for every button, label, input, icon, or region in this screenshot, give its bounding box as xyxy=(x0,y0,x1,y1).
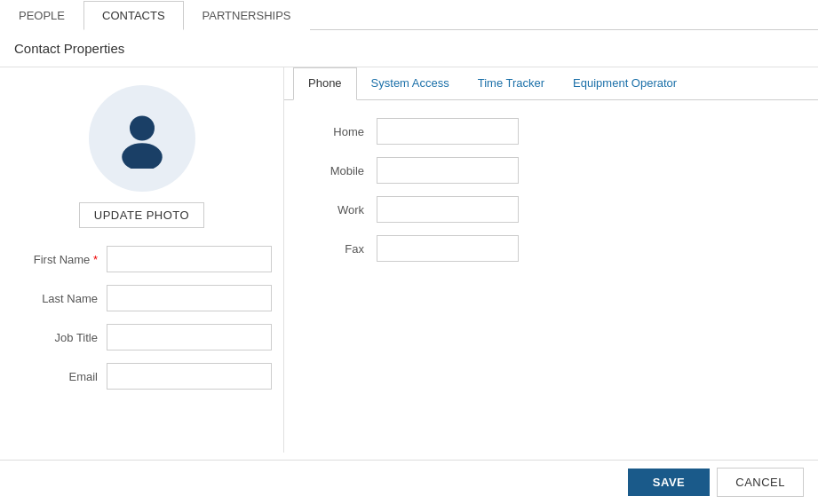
email-input[interactable] xyxy=(107,363,272,390)
job-title-label: Job Title xyxy=(18,331,98,344)
page-title-bar: Contact Properties xyxy=(0,30,818,67)
fax-phone-row: Fax xyxy=(311,235,791,262)
save-button[interactable]: SAVE xyxy=(628,469,710,496)
right-panel: Phone System Access Time Tracker Equipme… xyxy=(284,67,818,453)
home-phone-row: Home xyxy=(311,118,791,145)
work-phone-row: Work xyxy=(311,196,791,223)
sub-tabs: Phone System Access Time Tracker Equipme… xyxy=(284,67,818,100)
last-name-input[interactable] xyxy=(107,285,272,311)
job-title-input[interactable] xyxy=(107,324,272,350)
mobile-phone-input[interactable] xyxy=(377,157,519,184)
svg-point-0 xyxy=(130,115,155,140)
update-photo-button[interactable]: UPDATE PHOTO xyxy=(79,202,204,228)
mobile-phone-label: Mobile xyxy=(311,164,364,177)
home-phone-label: Home xyxy=(311,125,364,138)
tab-people[interactable]: PEOPLE xyxy=(0,1,83,30)
avatar xyxy=(89,85,195,192)
last-name-group: Last Name xyxy=(18,285,266,311)
left-panel: UPDATE PHOTO First Name * Last Name Job … xyxy=(0,67,284,453)
required-marker: * xyxy=(93,253,98,266)
subtab-equipment-operator[interactable]: Equipment Operator xyxy=(559,67,691,100)
tab-contacts[interactable]: CONTACTS xyxy=(83,1,184,30)
work-phone-input[interactable] xyxy=(377,196,519,223)
footer: SAVE CANCEL xyxy=(0,460,818,504)
subtab-time-tracker[interactable]: Time Tracker xyxy=(464,67,559,100)
first-name-input[interactable] xyxy=(107,246,272,272)
last-name-label: Last Name xyxy=(18,292,98,305)
subtab-phone[interactable]: Phone xyxy=(293,67,357,100)
fax-phone-label: Fax xyxy=(311,242,364,256)
cancel-button[interactable]: CANCEL xyxy=(717,468,804,497)
page-title: Contact Properties xyxy=(14,41,124,56)
email-label: Email xyxy=(18,370,98,383)
job-title-group: Job Title xyxy=(18,324,266,350)
person-icon xyxy=(111,106,173,171)
email-group: Email xyxy=(18,363,266,390)
fax-phone-input[interactable] xyxy=(377,235,519,262)
main-content: UPDATE PHOTO First Name * Last Name Job … xyxy=(0,67,818,453)
mobile-phone-row: Mobile xyxy=(311,157,791,184)
work-phone-label: Work xyxy=(311,203,364,217)
subtab-system-access[interactable]: System Access xyxy=(357,67,464,100)
svg-point-1 xyxy=(122,143,163,169)
first-name-label: First Name * xyxy=(18,253,98,266)
phone-form: Home Mobile Work Fax xyxy=(284,100,818,292)
top-navigation: PEOPLE CONTACTS PARTNERSHIPS xyxy=(0,0,818,30)
home-phone-input[interactable] xyxy=(377,118,519,145)
tab-partnerships[interactable]: PARTNERSHIPS xyxy=(184,1,310,30)
first-name-group: First Name * xyxy=(18,246,266,272)
